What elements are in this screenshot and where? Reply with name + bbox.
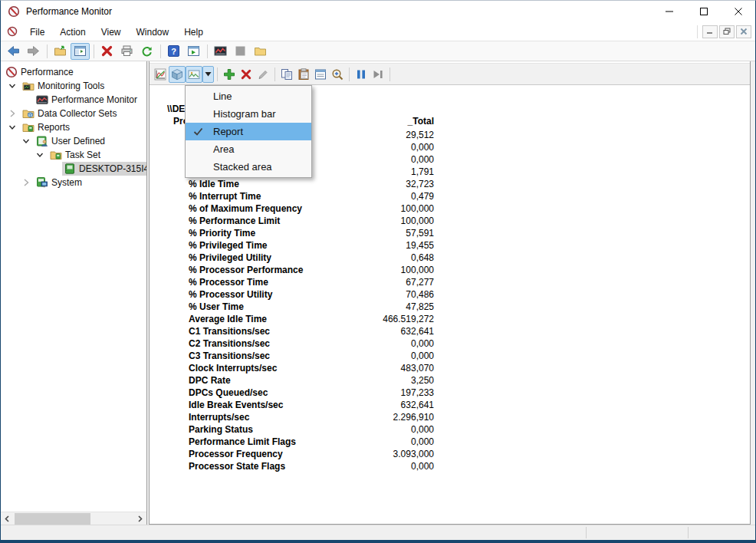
folder-report-icon — [22, 121, 35, 133]
folder-button[interactable] — [251, 43, 270, 60]
perfmon-graph-button[interactable] — [211, 43, 230, 60]
tree-item-label: Monitoring Tools — [38, 81, 104, 91]
chevron-collapsed-icon[interactable] — [21, 177, 31, 188]
menu-item-report[interactable]: Report — [186, 123, 311, 140]
chart-type-button[interactable] — [186, 66, 202, 83]
line-chart-button[interactable] — [152, 66, 169, 83]
chevron-expanded-icon[interactable] — [7, 81, 18, 91]
tree-horizontal-scrollbar[interactable] — [1, 512, 146, 525]
report-counter-row[interactable]: % User Time47,825 — [189, 301, 434, 313]
report-counter-row[interactable]: Parking Status0,000 — [189, 423, 434, 436]
add-plus-button[interactable] — [221, 66, 238, 83]
counter-name: Average Idle Time — [189, 314, 267, 324]
report-counter-row[interactable]: Interrupts/sec2.296,910 — [189, 411, 434, 423]
update-step-icon — [372, 68, 384, 81]
scrollbar-thumb[interactable] — [15, 513, 90, 525]
back-arrow-button[interactable] — [4, 43, 23, 60]
export-list-button[interactable] — [51, 43, 70, 60]
report-counter-row[interactable]: % Processor Time67,277 — [189, 276, 434, 288]
report-counter-row[interactable]: % Privileged Time19,455 — [189, 239, 434, 252]
printer-button[interactable] — [117, 43, 136, 60]
report-counter-row[interactable]: % Privileged Utility0,648 — [189, 252, 434, 264]
new-window-button[interactable] — [184, 43, 203, 60]
report-counter-row[interactable]: Average Idle Time466.519,272 — [189, 313, 434, 325]
menu-view[interactable]: View — [94, 24, 129, 41]
folder-icon — [254, 44, 267, 58]
counter-value: 0,000 — [411, 424, 434, 435]
menu-item-label: Area — [213, 143, 234, 155]
report-counter-row[interactable]: % Priority Time57,591 — [189, 227, 434, 239]
tree-item-task-set[interactable]: Task Set — [1, 148, 146, 162]
menu-help[interactable]: Help — [176, 24, 211, 41]
chevron-collapsed-icon[interactable] — [7, 108, 18, 119]
report-counter-row[interactable]: % Idle Time32,723 — [189, 178, 434, 190]
report-counter-row[interactable]: DPCs Queued/sec197,233 — [189, 387, 434, 399]
report-counter-row[interactable]: Idle Break Events/sec632,641 — [189, 399, 434, 411]
counter-value: 0,648 — [411, 252, 434, 263]
mdi-close-button[interactable] — [736, 25, 751, 38]
menu-action[interactable]: Action — [52, 24, 93, 41]
paste-counter-list-button[interactable] — [295, 66, 312, 83]
tree-item-user-defined[interactable]: User Defined — [1, 134, 146, 148]
gray-square-button[interactable] — [231, 43, 250, 60]
tree-item-label: DESKTOP-315I4EB — [79, 163, 147, 174]
show-hide-console-tree-button[interactable] — [71, 43, 90, 60]
scroll-right-arrow[interactable] — [133, 512, 146, 525]
report-counter-row[interactable]: Processor Frequency3.093,000 — [189, 448, 434, 460]
minimize-button[interactable] — [652, 1, 686, 22]
tree-item-label: User Defined — [51, 136, 105, 146]
performance-monitor-window: Performance Monitor FileActionViewWindow… — [0, 0, 756, 543]
view-current-activity-cube-button[interactable] — [169, 66, 186, 83]
close-button[interactable] — [721, 1, 755, 22]
report-counter-row[interactable]: C1 Transitions/sec632,641 — [189, 325, 434, 337]
report-counter-row[interactable]: % Processor Performance100,000 — [189, 264, 434, 276]
system-report-icon — [36, 176, 48, 189]
scroll-left-arrow[interactable] — [1, 512, 14, 525]
tree-item-data-collector-sets[interactable]: Data Collector Sets — [1, 107, 146, 120]
report-counter-row[interactable]: Performance Limit Flags0,000 — [189, 436, 434, 448]
report-counter-row[interactable]: Processor State Flags0,000 — [189, 460, 434, 472]
chevron-expanded-icon[interactable] — [21, 136, 31, 146]
report-counter-row[interactable]: C3 Transitions/sec0,000 — [189, 350, 434, 362]
update-step-button[interactable] — [370, 66, 386, 83]
highlight-pencil-button[interactable] — [255, 66, 271, 83]
tree-item-monitoring-tools[interactable]: Monitoring Tools — [1, 79, 146, 93]
tree-item-reports[interactable]: Reports — [1, 120, 146, 134]
mdi-minimize-button[interactable] — [702, 25, 718, 38]
menu-item-stacked-area[interactable]: Stacked area — [186, 158, 311, 176]
chevron-expanded-icon[interactable] — [35, 150, 45, 160]
refresh-button[interactable] — [137, 43, 156, 60]
properties-button[interactable] — [312, 66, 329, 83]
menu-item-histogram-bar[interactable]: Histogram bar — [186, 105, 311, 123]
zoom-button[interactable] — [329, 66, 346, 83]
toolbar-separator — [94, 44, 94, 58]
report-counter-row[interactable]: % of Maximum Frequency100,000 — [189, 202, 434, 215]
tree-item-performance[interactable]: Performance — [1, 65, 146, 79]
report-counter-row[interactable]: Clock Interrupts/sec483,070 — [189, 362, 434, 374]
tree-item-desktop-315i4eb[interactable]: DESKTOP-315I4EB — [1, 162, 146, 176]
menu-window[interactable]: Window — [129, 24, 177, 41]
report-counter-row[interactable]: % Interrupt Time0,479 — [189, 190, 434, 202]
report-counter-row[interactable]: DPC Rate3,250 — [189, 374, 434, 387]
help-button[interactable]: ? — [164, 43, 183, 60]
report-counter-row[interactable]: % Performance Limit100,000 — [189, 215, 434, 227]
tree-item-system[interactable]: System — [1, 176, 146, 189]
forward-arrow-button[interactable] — [24, 43, 43, 60]
dropdown-arrow-icon — [205, 71, 212, 77]
chevron-expanded-icon[interactable] — [7, 122, 18, 133]
menu-item-line[interactable]: Line — [186, 87, 311, 105]
maximize-button[interactable] — [686, 1, 721, 22]
copy-properties-button[interactable] — [278, 66, 295, 83]
report-counter-row[interactable]: % Processor Utility70,486 — [189, 288, 434, 301]
counter-value: 29,512 — [406, 130, 434, 140]
menu-file[interactable]: File — [22, 24, 52, 41]
freeze-pause-button[interactable] — [353, 66, 370, 83]
delete-x-button[interactable] — [238, 66, 255, 83]
counter-value: 1,791 — [411, 166, 434, 177]
mdi-restore-button[interactable] — [719, 25, 735, 38]
report-counter-row[interactable]: C2 Transitions/sec0,000 — [189, 337, 434, 350]
menu-item-area[interactable]: Area — [186, 140, 311, 158]
tree-item-performance-monitor[interactable]: Performance Monitor — [1, 93, 146, 107]
delete-x-button[interactable] — [97, 43, 117, 60]
dropdown-arrow-button[interactable] — [202, 66, 214, 83]
